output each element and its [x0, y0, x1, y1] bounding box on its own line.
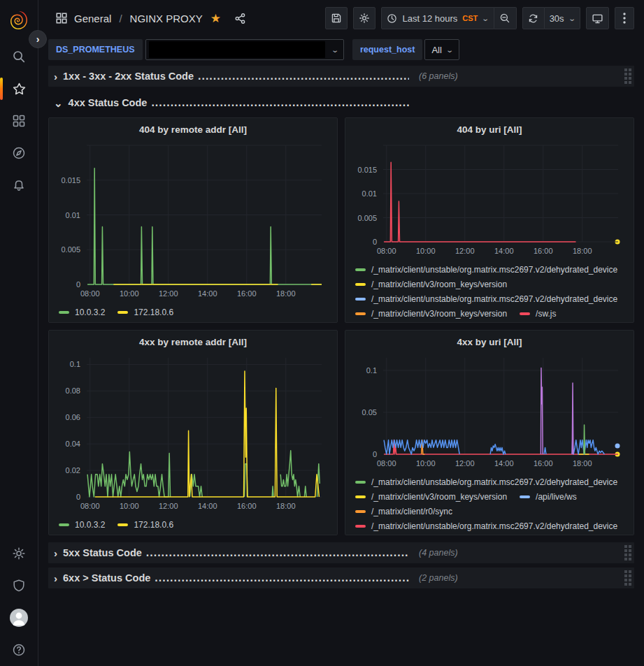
legend-item[interactable]: /_matrix/client/unstable/org.matrix.msc2… [355, 477, 617, 488]
row-header-6xx[interactable]: › 6xx > Status Code ....................… [48, 567, 634, 588]
series-line [87, 168, 322, 284]
main-area: General / NGINX PROXY ★ [38, 0, 644, 666]
legend-item[interactable]: 10.0.3.2 [59, 519, 105, 530]
more-options-button[interactable] [615, 7, 634, 29]
panel-title[interactable]: 404 by uri [All] [352, 122, 627, 140]
legend-item[interactable]: /_matrix/client/v3/room_keys/version [355, 279, 507, 290]
chevron-down-icon: ⌄ [568, 15, 576, 22]
row-drag-handle[interactable] [624, 570, 631, 586]
y-axis-label: 0 [373, 450, 377, 458]
sidebar-item-configuration[interactable] [0, 537, 38, 570]
x-axis-label: 08:00 [377, 459, 396, 468]
legend-item[interactable]: /_matrix/client/v3/room_keys/version [355, 491, 507, 502]
chevron-down-icon: ⌄ [54, 98, 63, 108]
panel-4xx-by-uri: 4xx by uri [All] 00.050.108:0010:0012:00… [345, 330, 634, 535]
legend-item[interactable]: /_matrix/client/v3/room_keys/version [355, 308, 507, 319]
breadcrumb-root[interactable]: General [74, 13, 111, 24]
row-header-4xx[interactable]: ⌄ 4xx Status Code ......................… [48, 92, 634, 113]
expand-sidebar-button[interactable]: › [29, 30, 47, 48]
legend-swatch [355, 298, 366, 301]
row-lead: › 6xx > Status Code ....................… [54, 572, 409, 584]
sidebar-item-explore[interactable] [0, 137, 38, 169]
legend-item[interactable]: /_matrix/client/unstable/org.matrix.msc2… [355, 521, 617, 532]
breadcrumb: General / NGINX PROXY ★ [55, 11, 246, 26]
panel-title[interactable]: 4xx by remote addr [All] [56, 334, 330, 352]
variable-value-request-host[interactable]: All ⌄ [424, 39, 459, 60]
time-series-chart[interactable]: 00.050.108:0010:0012:0014:0016:0018:00 [352, 352, 627, 472]
x-axis-label: 12:00 [159, 289, 178, 298]
sidebar-item-dashboards[interactable] [0, 105, 38, 137]
kiosk-mode-button[interactable] [586, 7, 609, 29]
x-axis-label: 10:00 [120, 289, 139, 298]
legend-item[interactable]: /_matrix/client/unstable/org.matrix.msc2… [355, 264, 617, 275]
panel-title[interactable]: 404 by remote addr [All] [56, 122, 330, 140]
chevron-down-icon: ⌄ [482, 15, 490, 22]
share-icon[interactable] [234, 13, 246, 24]
legend-item[interactable]: 172.18.0.6 [117, 307, 173, 318]
x-axis-label: 12:00 [455, 247, 475, 255]
sidebar-item-starred[interactable] [0, 73, 38, 105]
row-leader-dots: ........................................… [198, 70, 409, 82]
variable-value-ds-prometheus[interactable]: ⌄ [145, 39, 344, 60]
row-lead: › 5xx Status Code ......................… [54, 546, 409, 559]
dashboard-settings-button[interactable] [353, 7, 375, 29]
y-axis-label: 0.08 [66, 386, 80, 395]
save-dashboard-button[interactable] [325, 7, 348, 29]
row-title: 5xx Status Code [63, 547, 142, 558]
save-icon [331, 13, 342, 24]
sidebar-item-profile[interactable] [0, 602, 38, 634]
y-axis-label: 0.02 [66, 466, 80, 475]
y-axis-label: 0.1 [366, 366, 377, 375]
zoom-out-time-button[interactable] [494, 7, 517, 29]
legend-item[interactable]: /_matrix/client/unstable/org.matrix.msc2… [355, 294, 617, 305]
time-series-chart[interactable]: 00.0050.010.01508:0010:0012:0014:0016:00… [352, 140, 627, 260]
panel-grid-row-2: 4xx by remote addr [All] 00.020.040.060.… [48, 330, 634, 535]
refresh-interval-picker[interactable]: 30s ⌄ [545, 7, 580, 29]
chevron-right-icon: › [36, 34, 40, 45]
time-range-picker[interactable]: Last 12 hours CST ⌄ [381, 7, 494, 29]
panel-4xx-by-remote-addr: 4xx by remote addr [All] 00.020.040.060.… [48, 330, 338, 535]
legend-item[interactable]: 10.0.3.2 [59, 307, 105, 318]
legend-swatch [59, 311, 69, 314]
avatar-person-icon [10, 609, 28, 627]
panel-grid-row-1: 404 by remote addr [All] 00.0050.010.015… [48, 117, 634, 323]
y-axis-label: 0.04 [66, 440, 80, 448]
x-axis-label: 14:00 [494, 459, 514, 468]
row-drag-handle[interactable] [624, 545, 631, 560]
favorite-star-icon[interactable]: ★ [210, 11, 221, 26]
row-title: 6xx > Status Code [63, 572, 150, 584]
time-series-chart[interactable]: 00.020.040.060.080.108:0010:0012:0014:00… [56, 352, 330, 515]
legend-swatch [59, 523, 69, 526]
row-drag-handle[interactable] [624, 68, 631, 84]
panel-404-by-remote-addr: 404 by remote addr [All] 00.0050.010.015… [48, 117, 338, 323]
y-axis-label: 0.01 [362, 189, 377, 198]
legend-label: /_matrix/client/r0/sync [371, 506, 452, 517]
legend-swatch [355, 268, 366, 271]
legend-item[interactable]: 172.18.0.6 [117, 519, 173, 530]
row-header-5xx[interactable]: › 5xx Status Code ......................… [48, 542, 634, 563]
sidebar-item-help[interactable] [0, 634, 38, 666]
row-title: 4xx Status Code [69, 97, 148, 108]
sidebar-item-alerting[interactable] [0, 169, 38, 201]
page-title[interactable]: NGINX PROXY [130, 13, 203, 24]
panel-title[interactable]: 4xx by uri [All] [352, 334, 627, 352]
legend-item[interactable]: /api/live/ws [520, 491, 577, 502]
variable-label-request-host[interactable]: request_host [352, 39, 423, 60]
legend-label: /sw.js [536, 308, 556, 319]
sidebar-item-server-admin[interactable] [0, 570, 38, 602]
plot-area: 00.050.108:0010:0012:0014:0016:0018:00 [383, 358, 618, 454]
variables-bar: DS_PROMETHEUS ⌄ request_host All ⌄ [38, 36, 644, 63]
x-axis-label: 18:00 [573, 459, 592, 468]
row-header-1xx-3xx-2xx[interactable]: › 1xx - 3xx - 2xx Status Code ..........… [48, 66, 634, 87]
legend-label: 172.18.0.6 [134, 519, 173, 530]
x-axis-label: 08:00 [377, 247, 396, 255]
dashboard-topbar: General / NGINX PROXY ★ [38, 0, 644, 36]
search-icon [12, 50, 26, 64]
variable-ds-prometheus: DS_PROMETHEUS ⌄ [48, 39, 344, 60]
legend-swatch [355, 481, 366, 484]
variable-label-ds-prometheus[interactable]: DS_PROMETHEUS [48, 39, 143, 60]
time-series-chart[interactable]: 00.0050.010.01508:0010:0012:0014:0016:00… [56, 140, 330, 303]
legend-item[interactable]: /sw.js [520, 308, 556, 319]
legend-item[interactable]: /_matrix/client/r0/sync [355, 506, 452, 517]
refresh-button[interactable] [522, 7, 545, 29]
